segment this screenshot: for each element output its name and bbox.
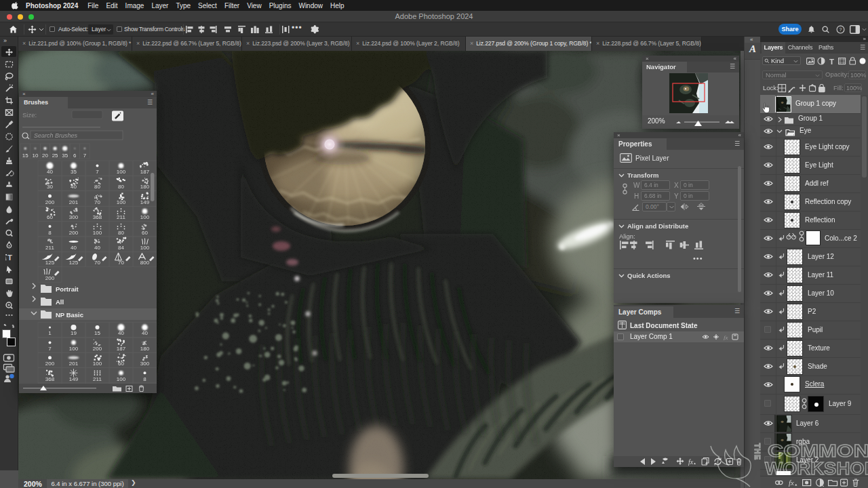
svg-text:100: 100 (117, 169, 126, 175)
svg-text:368: 368 (45, 376, 55, 382)
svg-text:200: 200 (45, 361, 55, 367)
svg-text:201: 201 (69, 199, 79, 205)
svg-text:200: 200 (93, 346, 102, 352)
svg-text:100: 100 (93, 361, 102, 367)
svg-text:T: T (829, 58, 834, 66)
svg-text:80: 80 (94, 184, 100, 190)
svg-text:300: 300 (140, 361, 150, 367)
svg-text:fx: fx (789, 479, 794, 487)
svg-text:19: 19 (71, 330, 77, 336)
svg-text:fx: fx (724, 334, 728, 341)
svg-text:25: 25 (52, 152, 58, 159)
svg-text:7: 7 (83, 152, 87, 159)
svg-text:6: 6 (73, 152, 77, 159)
svg-text:40: 40 (71, 184, 77, 190)
svg-text:Portrait: Portrait (56, 285, 79, 293)
svg-text:300: 300 (69, 214, 79, 220)
svg-text:60: 60 (118, 361, 124, 367)
svg-text:35: 35 (71, 169, 77, 175)
svg-text:100: 100 (117, 376, 126, 382)
svg-text:100: 100 (117, 199, 126, 205)
svg-text:187: 187 (117, 346, 126, 352)
svg-text:200: 200 (45, 275, 55, 281)
svg-text:40: 40 (94, 245, 100, 251)
svg-text:NP Basic: NP Basic (56, 311, 83, 319)
svg-text:15: 15 (22, 152, 28, 159)
svg-text:60: 60 (142, 230, 148, 236)
svg-text:15: 15 (94, 330, 100, 336)
svg-text:80: 80 (118, 230, 124, 236)
svg-text:368: 368 (93, 214, 102, 220)
svg-text:125: 125 (69, 260, 79, 266)
svg-text:70: 70 (94, 260, 100, 266)
svg-text:180: 180 (140, 184, 150, 190)
svg-text:201: 201 (69, 361, 79, 367)
svg-text:211: 211 (117, 214, 125, 220)
svg-text:T: T (7, 253, 12, 262)
svg-text:187: 187 (140, 169, 150, 175)
svg-text:8: 8 (48, 230, 52, 236)
svg-text:7: 7 (48, 346, 52, 352)
svg-text:1: 1 (48, 330, 52, 336)
svg-text:30: 30 (47, 184, 53, 190)
svg-text:200: 200 (45, 199, 55, 205)
svg-text:70: 70 (94, 199, 100, 205)
svg-text:100: 100 (140, 245, 150, 251)
svg-text:100: 100 (69, 346, 79, 352)
svg-text:35: 35 (62, 152, 68, 159)
svg-text:8: 8 (143, 376, 146, 382)
svg-text:80: 80 (118, 184, 124, 190)
svg-text:All: All (56, 298, 64, 306)
svg-text:Size:: Size: (22, 111, 37, 119)
svg-text:40: 40 (118, 330, 124, 336)
svg-text:211: 211 (93, 376, 102, 382)
svg-text:84: 84 (118, 245, 124, 251)
svg-text:Search Brushes: Search Brushes (34, 132, 78, 139)
svg-text:211: 211 (45, 245, 54, 251)
svg-text:125: 125 (45, 260, 55, 266)
svg-text:fx: fx (688, 458, 694, 466)
svg-text:20: 20 (42, 152, 48, 159)
svg-text:10: 10 (32, 152, 38, 159)
svg-text:40: 40 (142, 330, 148, 336)
svg-text:40: 40 (47, 169, 53, 175)
svg-text:180: 180 (140, 346, 150, 352)
svg-text:100: 100 (93, 230, 102, 236)
svg-text:149: 149 (69, 376, 79, 382)
svg-text:7: 7 (96, 169, 99, 175)
svg-text:?: ? (840, 27, 842, 32)
svg-text:70: 70 (118, 260, 124, 266)
svg-text:60: 60 (47, 214, 53, 220)
svg-text:149: 149 (140, 199, 150, 205)
svg-text:200: 200 (69, 230, 79, 236)
svg-text:40: 40 (71, 245, 77, 251)
svg-text:800: 800 (140, 260, 150, 266)
svg-text:100: 100 (140, 214, 150, 220)
